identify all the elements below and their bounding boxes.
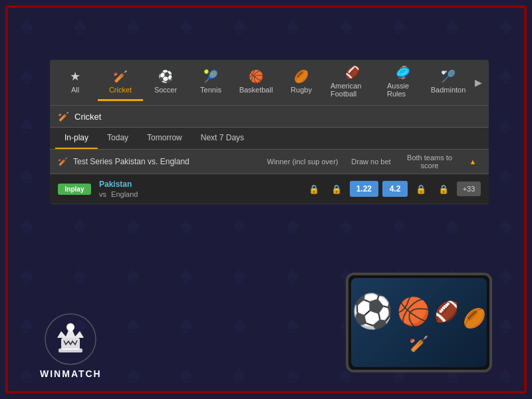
rugby-icon: 🏉	[294, 69, 309, 84]
cricket-icon: 🏏	[113, 69, 128, 84]
suit-cell: ♠	[0, 100, 53, 150]
suit-cell: ♠	[319, 200, 372, 249]
time-tab-tomorrow[interactable]: Tomorrow	[138, 128, 192, 149]
lock-home-icon: 🔒	[305, 184, 323, 194]
logo-area: WINMATCH	[40, 313, 102, 379]
more-markets-button[interactable]: +33	[457, 182, 481, 196]
suit-cell: ♠	[426, 0, 479, 50]
col-both-label: Both teams to score	[400, 154, 460, 170]
match-group-icon: 🏏	[58, 157, 68, 166]
suit-cell: ♠	[160, 200, 213, 249]
column-headers: Winner (incl sup over) Draw no bet Both …	[263, 154, 481, 170]
suit-cell: ♠	[0, 50, 53, 100]
match-row: Inplay Pakistan vs England 🔒 🔒 1.22 4.2 …	[50, 174, 489, 204]
tab-soccer[interactable]: ⚽ Soccer	[143, 64, 188, 101]
tab-rugby-label: Rugby	[291, 86, 312, 94]
soccer-icon: ⚽	[158, 69, 173, 84]
lock-a-icon: 🔒	[412, 184, 430, 194]
section-cricket-icon: 🏏	[58, 111, 69, 122]
suit-cell: ♠	[106, 200, 160, 249]
suit-cell: ♠	[213, 0, 266, 50]
logo-text: WINMATCH	[40, 368, 102, 379]
suit-cell: ♠	[106, 0, 160, 50]
tab-all-label: All	[71, 86, 79, 94]
time-tab-inplay[interactable]: In-play	[55, 128, 98, 149]
suit-cell: ♠	[372, 200, 426, 249]
match-group-title: Test Series Pakistan vs. England	[73, 157, 263, 166]
time-filter-tabs: In-play Today Tomorrow Next 7 Days	[50, 128, 489, 150]
suit-cell: ♠	[160, 0, 213, 50]
vs-label: vs	[99, 190, 106, 198]
tab-soccer-label: Soccer	[154, 86, 177, 94]
suit-cell: ♠	[53, 0, 106, 50]
tab-rugby[interactable]: 🏉 Rugby	[279, 64, 324, 101]
sports-balls-display: ⚽ 🏀 🏈 🏉 🏏	[351, 292, 487, 353]
tablet-screen: ⚽ 🏀 🏈 🏉 🏏	[351, 278, 487, 367]
winmatch-logo	[44, 313, 97, 366]
suit-cell: ♠	[0, 150, 53, 200]
tab-tennis-label: Tennis	[200, 86, 221, 94]
section-header: 🏏 Cricket	[50, 106, 489, 128]
match-group-header: 🏏 Test Series Pakistan vs. England Winne…	[50, 150, 489, 174]
tablet-device: ⚽ 🏀 🏈 🏉 🏏	[346, 273, 492, 372]
sports-nav: ★ All 🏏 Cricket ⚽ Soccer 🎾 Tennis 🏀 Bask…	[50, 60, 489, 106]
tab-basketball-label: Basketball	[239, 86, 273, 94]
football-ball-img: 🏈	[434, 300, 459, 323]
team-home: Pakistan	[99, 180, 305, 189]
odd-button-2[interactable]: 4.2	[382, 181, 408, 197]
suit-cell: ♠	[426, 200, 479, 249]
basketball-ball-img: 🏀	[397, 296, 430, 327]
suit-cell: ♠	[319, 0, 372, 50]
tab-all[interactable]: ★ All	[53, 64, 98, 101]
odds-area: 🔒 🔒 1.22 4.2 🔒 🔒 +33	[305, 181, 481, 197]
col-draw-label: Draw no bet	[348, 158, 394, 166]
odd-button-1[interactable]: 1.22	[350, 181, 378, 197]
star-icon: ★	[70, 69, 80, 84]
teams-info: Pakistan vs England	[99, 180, 305, 198]
rugby-ball-img: 🏉	[463, 307, 486, 329]
cricket-ball-img: 🏏	[409, 334, 429, 353]
section-title: Cricket	[74, 112, 101, 122]
bottom-area: WINMATCH ⚽ 🏀 🏈 🏉 🏏	[0, 273, 532, 379]
nav-more-arrow[interactable]: ▶	[471, 77, 486, 88]
suit-cell: ♠	[479, 0, 532, 50]
suit-cell: ♠	[0, 0, 53, 50]
soccer-ball-img: ⚽	[352, 292, 393, 331]
time-tab-today[interactable]: Today	[98, 128, 138, 149]
aussie-rules-icon: 🥏	[396, 65, 410, 80]
suit-cell: ♠	[213, 200, 266, 249]
suit-cell: ♠	[372, 0, 426, 50]
basketball-icon: 🏀	[249, 69, 263, 84]
expand-icon: ▲	[465, 158, 481, 166]
tab-american-football[interactable]: 🏈 American Football	[324, 60, 380, 105]
lock-draw-icon: 🔒	[327, 184, 346, 194]
col-winner-label: Winner (incl sup over)	[263, 158, 342, 166]
suit-cell: ♠	[0, 200, 53, 249]
suit-cell: ♠	[479, 200, 532, 249]
tab-basketball[interactable]: 🏀 Basketball	[233, 64, 279, 101]
tab-cricket-label: Cricket	[109, 86, 132, 94]
away-name: England	[111, 190, 138, 198]
svg-marker-2	[57, 326, 84, 338]
time-tab-next7days[interactable]: Next 7 Days	[192, 128, 253, 149]
tab-badminton-label: Badminton	[431, 86, 466, 94]
main-panel: ★ All 🏏 Cricket ⚽ Soccer 🎾 Tennis 🏀 Bask…	[50, 60, 489, 204]
tab-aussie-rules-label: Aussie Rules	[387, 82, 419, 98]
svg-rect-4	[59, 348, 82, 352]
tab-aussie-rules[interactable]: 🥏 Aussie Rules	[380, 60, 426, 105]
suit-cell: ♠	[266, 0, 319, 50]
american-football-icon: 🏈	[345, 65, 360, 80]
tab-american-football-label: American Football	[331, 82, 374, 98]
tennis-icon: 🎾	[203, 69, 218, 84]
tab-cricket[interactable]: 🏏 Cricket	[98, 64, 143, 101]
lock-b-icon: 🔒	[434, 184, 453, 194]
tablet-image: ⚽ 🏀 🏈 🏉 🏏	[346, 273, 492, 379]
suit-cell: ♠	[53, 200, 106, 249]
tab-tennis[interactable]: 🎾 Tennis	[188, 64, 233, 101]
tab-badminton[interactable]: 🏸 Badminton	[426, 64, 471, 101]
team-away: vs England	[99, 190, 305, 198]
badminton-icon: 🏸	[441, 69, 456, 84]
inplay-badge: Inplay	[58, 184, 91, 195]
suit-cell: ♠	[266, 200, 319, 249]
